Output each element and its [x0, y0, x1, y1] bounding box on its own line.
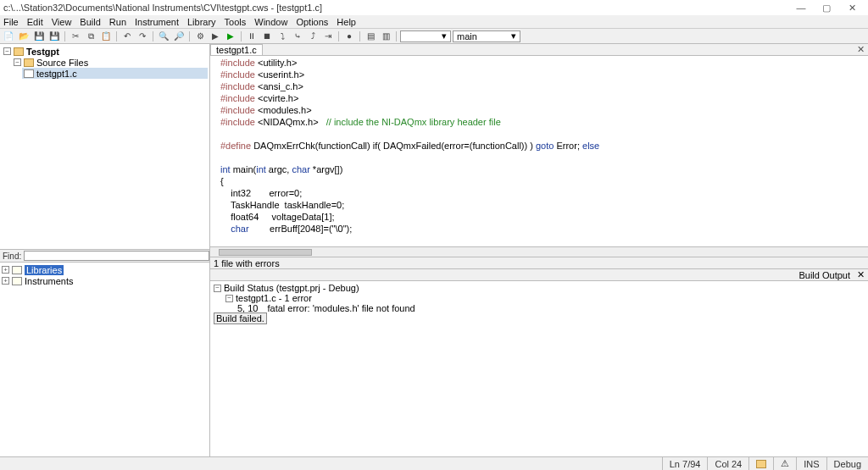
collapse-icon[interactable]: − [225, 295, 233, 302]
cut-icon[interactable]: ✂ [69, 30, 82, 42]
menu-instrument[interactable]: Instrument [135, 17, 179, 27]
collapse-icon[interactable]: − [3, 47, 11, 55]
c-file-icon [24, 69, 34, 78]
build-panel-close-icon[interactable]: ✕ [857, 269, 865, 280]
config-select[interactable]: main▾ [453, 30, 520, 42]
lib-label: Libraries [25, 265, 64, 275]
find-icon[interactable]: 🔍 [157, 30, 170, 42]
step-icon[interactable]: ⇥ [321, 30, 335, 42]
menu-view[interactable]: View [52, 17, 72, 27]
lib-instruments[interactable]: + Instruments [2, 275, 208, 286]
new-file-icon[interactable]: 📄 [2, 30, 15, 42]
tab-testgpt1[interactable]: testgpt1.c [210, 44, 263, 55]
folder-icon [24, 58, 34, 67]
paste-icon[interactable]: 📋 [99, 30, 113, 42]
open-icon[interactable]: 📂 [17, 30, 31, 42]
scrollbar-thumb[interactable] [219, 249, 312, 256]
menu-run[interactable]: Run [109, 17, 126, 27]
tree-file-testgpt1[interactable]: testgpt1.c [22, 68, 208, 79]
statusbar: Ln 7/94 Col 24 ⚠ INS Debug [0, 456, 868, 470]
search-icon[interactable]: 🔎 [172, 30, 186, 42]
tab-close-icon[interactable]: ✕ [854, 44, 868, 55]
file-label: testgpt1.c [36, 69, 77, 79]
stop-icon[interactable]: ⏹ [260, 30, 274, 42]
build-icon[interactable]: ⚙ [193, 30, 207, 42]
code-editor[interactable]: #include <utility.h> #include <userint.h… [210, 56, 868, 246]
project-icon [14, 47, 24, 56]
find-input[interactable] [24, 251, 209, 261]
breakpoint-icon[interactable]: ● [342, 30, 356, 42]
tree-source-files[interactable]: − Source Files [12, 57, 208, 68]
expand-icon[interactable]: + [2, 277, 9, 285]
undo-icon[interactable]: ↶ [120, 30, 134, 42]
editor-tabstrip: testgpt1.c ✕ [210, 44, 868, 56]
tree-project-root[interactable]: − Testgpt [2, 46, 208, 57]
book-icon [12, 266, 22, 274]
menu-file[interactable]: File [3, 17, 19, 27]
menu-help[interactable]: Help [337, 17, 356, 27]
menu-window[interactable]: Window [254, 17, 287, 27]
menu-build[interactable]: Build [80, 17, 100, 27]
build-output-body[interactable]: − Build Status (testgpt.prj - Debug) − t… [210, 281, 868, 456]
save-icon[interactable]: 💾 [32, 30, 46, 42]
errors-summary-bar[interactable]: 1 file with errors [210, 257, 868, 268]
project-tree[interactable]: − Testgpt − Source Files testgpt1.c [0, 44, 209, 249]
folder-label: Source Files [36, 58, 88, 68]
book-icon [12, 277, 22, 285]
debug-icon[interactable]: ▶ [209, 30, 222, 42]
lib-label: Instruments [25, 276, 73, 286]
collapse-icon[interactable]: − [214, 285, 221, 292]
build-line-failed: Build failed. [214, 313, 865, 323]
library-tree[interactable]: + Libraries + Instruments [0, 262, 209, 456]
lib-libraries[interactable]: + Libraries [2, 264, 208, 275]
toolbar: 📄 📂 💾 💾 ✂ ⧉ 📋 ↶ ↷ 🔍 🔎 ⚙ ▶ ▶ ⏸ ⏹ ⤵ ⤷ ⤴ ⇥ … [0, 29, 868, 44]
errors-summary-text: 1 file with errors [214, 258, 280, 268]
menu-tools[interactable]: Tools [225, 17, 247, 27]
project-name: Testgpt [26, 47, 59, 57]
menu-library[interactable]: Library [187, 17, 216, 27]
step-into-icon[interactable]: ⤷ [291, 30, 304, 42]
build-line-file[interactable]: − testgpt1.c - 1 error [214, 293, 865, 303]
build-line-status[interactable]: − Build Status (testgpt.prj - Debug) [214, 283, 865, 293]
menu-edit[interactable]: Edit [27, 17, 43, 27]
titlebar: c:\...\Station32\Documents\National Inst… [0, 0, 868, 15]
expand-icon[interactable]: + [2, 266, 9, 274]
step-out-icon[interactable]: ⤴ [306, 30, 320, 42]
step-over-icon[interactable]: ⤵ [275, 30, 289, 42]
save-all-icon[interactable]: 💾 [47, 30, 61, 42]
error-message: fatal error: 'modules.h' file not found [267, 303, 415, 313]
status-warning-icon[interactable]: ⚠ [773, 457, 796, 470]
build-output-panel: Build Output ✕ − Build Status (testgpt.p… [210, 268, 868, 456]
status-folder-icon[interactable] [748, 457, 773, 470]
copy-icon[interactable]: ⧉ [84, 30, 97, 42]
run-icon[interactable]: ▶ [224, 30, 237, 42]
pause-icon[interactable]: ⏸ [245, 30, 259, 42]
build-output-title: Build Output [798, 270, 850, 280]
platform-select[interactable]: ▾ [400, 30, 451, 42]
menu-options[interactable]: Options [296, 17, 328, 27]
find-bar: Find: [0, 249, 209, 262]
find-label: Find: [0, 252, 24, 261]
target-icon[interactable]: ▤ [364, 30, 377, 42]
window-maximize-button[interactable]: ▢ [814, 3, 839, 14]
editor-h-scrollbar[interactable] [210, 246, 868, 257]
titlebar-title: c:\...\Station32\Documents\National Inst… [3, 3, 322, 13]
menubar: File Edit View Build Run Instrument Libr… [0, 15, 868, 29]
release-icon[interactable]: ▥ [379, 30, 392, 42]
window-minimize-button[interactable]: — [788, 3, 814, 13]
status-debug: Debug [826, 457, 868, 470]
build-line-error[interactable]: 5, 10 fatal error: 'modules.h' file not … [214, 303, 865, 313]
status-line: Ln 7/94 [662, 457, 708, 470]
status-col: Col 24 [707, 457, 748, 470]
status-ins: INS [796, 457, 826, 470]
redo-icon[interactable]: ↷ [136, 30, 149, 42]
collapse-icon[interactable]: − [14, 58, 21, 66]
window-close-button[interactable]: ✕ [839, 3, 865, 14]
build-failed-label: Build failed. [214, 312, 267, 324]
